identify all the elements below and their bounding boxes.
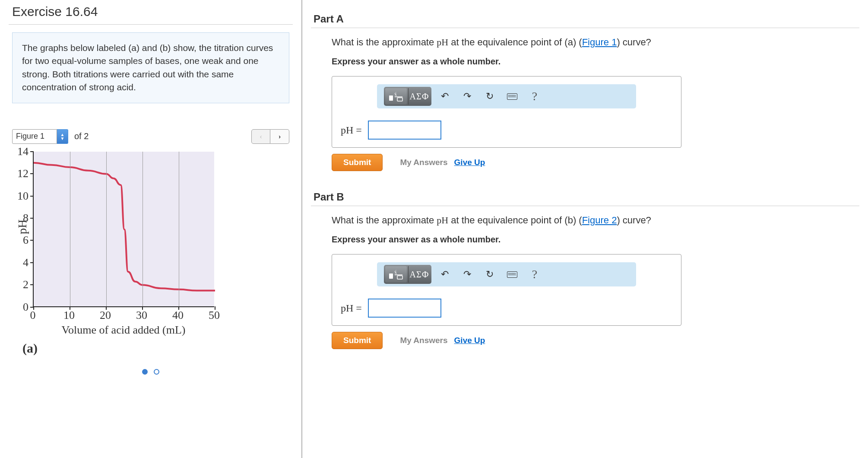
greek-icon: ΑΣФ xyxy=(410,270,429,280)
svg-rect-0 xyxy=(389,95,393,101)
figure-of-label: of 2 xyxy=(74,131,89,141)
equation-toolbar: x√ ΑΣФ ↶ ↷ ↻ ? xyxy=(377,262,636,286)
part-b-question: What is the approximate pH at the equiva… xyxy=(332,215,859,226)
left-panel: Exercise 16.64 The graphs below labeled … xyxy=(0,0,302,458)
my-answers-label: My Answers xyxy=(400,158,447,167)
divider xyxy=(311,206,859,206)
part-a-answer-box: x√ ΑΣФ ↶ ↷ ↻ ? pH = xyxy=(332,76,681,148)
part-a-title: Part A xyxy=(311,13,859,25)
part-b-actions: Submit My Answers Give Up xyxy=(332,332,859,349)
reset-button[interactable]: ↻ xyxy=(481,88,499,105)
answer-label: pH = xyxy=(341,124,362,136)
ph-symbol: pH xyxy=(437,215,448,226)
part-a-answer-input[interactable] xyxy=(368,121,441,140)
figure-1-link[interactable]: Figure 1 xyxy=(582,37,617,48)
part-b-answer-input[interactable] xyxy=(368,299,441,318)
figure-select[interactable]: ▲ ▼ xyxy=(12,129,68,144)
redo-button[interactable]: ↷ xyxy=(458,88,476,105)
redo-button[interactable]: ↷ xyxy=(458,266,476,283)
my-answers-label: My Answers xyxy=(400,336,447,345)
titration-curve xyxy=(34,152,215,307)
exercise-title: Exercise 16.64 xyxy=(0,0,301,24)
svg-rect-3 xyxy=(397,98,402,101)
figure-navigator: ▲ ▼ of 2 ‹ › xyxy=(12,129,289,144)
part-a-submit-button[interactable]: Submit xyxy=(332,154,383,171)
chevron-down-icon: ▼ xyxy=(60,137,65,140)
toolbar-template-group: x√ ΑΣФ xyxy=(384,265,431,284)
x-axis-ticks: 01020304050 xyxy=(33,307,214,321)
x-axis-label: Volume of acid added (mL) xyxy=(33,324,214,337)
toolbar-template-group: x√ ΑΣФ xyxy=(384,87,431,106)
part-a-actions: Submit My Answers Give Up xyxy=(332,154,859,171)
greek-icon: ΑΣФ xyxy=(410,92,429,102)
part-a-giveup-link[interactable]: Give Up xyxy=(454,158,485,167)
part-b-submit-button[interactable]: Submit xyxy=(332,332,383,349)
part-b-giveup-link[interactable]: Give Up xyxy=(454,336,485,345)
svg-text:√: √ xyxy=(394,92,396,95)
template-button[interactable]: x√ xyxy=(385,88,407,105)
help-icon: ? xyxy=(532,89,537,103)
figure-next-button[interactable]: › xyxy=(270,129,289,144)
right-panel: Part A What is the approximate pH at the… xyxy=(302,0,868,458)
pager-dots xyxy=(0,368,301,377)
template-icon: x√ xyxy=(389,269,403,280)
svg-rect-4 xyxy=(389,274,393,279)
reset-icon: ↻ xyxy=(486,269,494,280)
help-button[interactable]: ? xyxy=(526,266,544,283)
keyboard-icon xyxy=(507,271,517,278)
equation-toolbar: x√ ΑΣФ ↶ ↷ ↻ ? xyxy=(377,84,636,108)
undo-button[interactable]: ↶ xyxy=(436,88,454,105)
part-a-section: Part A What is the approximate pH at the… xyxy=(311,13,859,171)
chevron-left-icon: ‹ xyxy=(260,133,262,140)
part-a-question: What is the approximate pH at the equiva… xyxy=(332,37,859,48)
divider xyxy=(9,24,293,25)
pager-dot-1[interactable] xyxy=(142,369,148,375)
undo-icon: ↶ xyxy=(441,269,449,280)
chevron-right-icon: › xyxy=(279,133,281,140)
divider xyxy=(311,28,859,28)
svg-text:√: √ xyxy=(394,270,396,274)
exercise-description: The graphs below labeled (a) and (b) sho… xyxy=(12,32,289,103)
svg-rect-7 xyxy=(397,276,402,279)
keyboard-button[interactable] xyxy=(503,266,521,283)
chart-area: pH 02468101214 01020304050 Volume of aci… xyxy=(12,152,289,356)
help-icon: ? xyxy=(532,267,537,281)
redo-icon: ↷ xyxy=(463,91,471,102)
figure-select-input[interactable] xyxy=(12,129,57,144)
figure-2-link[interactable]: Figure 2 xyxy=(582,215,617,226)
reset-icon: ↻ xyxy=(486,91,494,102)
part-b-title: Part B xyxy=(311,191,859,203)
figure-prev-button[interactable]: ‹ xyxy=(251,129,270,144)
undo-button[interactable]: ↶ xyxy=(436,266,454,283)
help-button[interactable]: ? xyxy=(526,88,544,105)
keyboard-button[interactable] xyxy=(503,88,521,105)
keyboard-icon xyxy=(507,93,517,100)
undo-icon: ↶ xyxy=(441,91,449,102)
part-b-section: Part B What is the approximate pH at the… xyxy=(311,191,859,349)
ph-symbol: pH xyxy=(437,37,448,48)
part-a-instruction: Express your answer as a whole number. xyxy=(332,57,859,67)
reset-button[interactable]: ↻ xyxy=(481,266,499,283)
greek-button[interactable]: ΑΣФ xyxy=(409,266,430,283)
template-button[interactable]: x√ xyxy=(385,266,407,283)
plot-area xyxy=(33,152,214,307)
template-icon: x√ xyxy=(389,91,403,102)
figure-stepper[interactable]: ▲ ▼ xyxy=(57,129,68,144)
part-b-answer-box: x√ ΑΣФ ↶ ↷ ↻ ? pH = xyxy=(332,254,681,326)
y-axis-ticks: 02468101214 xyxy=(29,152,33,307)
pager-dot-2[interactable] xyxy=(154,369,159,375)
answer-label: pH = xyxy=(341,302,362,314)
redo-icon: ↷ xyxy=(463,269,471,280)
greek-button[interactable]: ΑΣФ xyxy=(409,88,430,105)
part-b-instruction: Express your answer as a whole number. xyxy=(332,235,859,245)
figure-label: (a) xyxy=(22,341,289,356)
